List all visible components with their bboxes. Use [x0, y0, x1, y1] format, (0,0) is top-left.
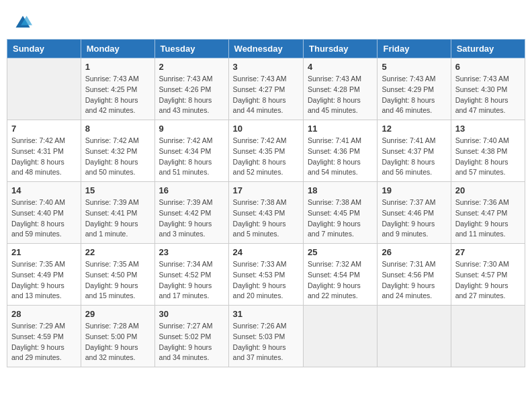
calendar-cell: 31Sunrise: 7:26 AMSunset: 5:03 PMDayligh… — [228, 306, 303, 367]
calendar-week-row: 21Sunrise: 7:35 AMSunset: 4:49 PMDayligh… — [7, 244, 525, 306]
calendar-cell: 26Sunrise: 7:31 AMSunset: 4:56 PMDayligh… — [378, 244, 451, 306]
day-info: Sunrise: 7:26 AMSunset: 5:03 PMDaylight:… — [233, 321, 299, 363]
day-info: Sunrise: 7:42 AMSunset: 4:35 PMDaylight:… — [233, 136, 299, 178]
day-info: Sunrise: 7:36 AMSunset: 4:47 PMDaylight:… — [455, 197, 521, 240]
day-info: Sunrise: 7:41 AMSunset: 4:37 PMDaylight:… — [382, 136, 446, 178]
day-number: 18 — [308, 185, 373, 195]
calendar-cell: 10Sunrise: 7:42 AMSunset: 4:35 PMDayligh… — [228, 120, 303, 182]
calendar-cell: 11Sunrise: 7:41 AMSunset: 4:36 PMDayligh… — [304, 120, 378, 182]
day-number: 6 — [455, 62, 521, 72]
day-number: 24 — [233, 247, 299, 257]
calendar-cell: 13Sunrise: 7:40 AMSunset: 4:38 PMDayligh… — [451, 120, 525, 182]
day-number: 21 — [11, 247, 77, 257]
weekday-header-row: SundayMondayTuesdayWednesdayThursdayFrid… — [7, 40, 525, 58]
day-info: Sunrise: 7:43 AMSunset: 4:30 PMDaylight:… — [455, 74, 521, 116]
calendar-cell: 17Sunrise: 7:38 AMSunset: 4:43 PMDayligh… — [228, 182, 303, 244]
calendar-cell: 6Sunrise: 7:43 AMSunset: 4:30 PMDaylight… — [451, 58, 525, 120]
day-info: Sunrise: 7:42 AMSunset: 4:34 PMDaylight:… — [159, 136, 224, 178]
day-number: 3 — [233, 62, 299, 72]
calendar-cell: 2Sunrise: 7:43 AMSunset: 4:26 PMDaylight… — [154, 58, 228, 120]
day-info: Sunrise: 7:43 AMSunset: 4:25 PMDaylight:… — [85, 74, 150, 116]
day-info: Sunrise: 7:40 AMSunset: 4:38 PMDaylight:… — [455, 136, 521, 178]
day-info: Sunrise: 7:27 AMSunset: 5:02 PMDaylight:… — [159, 321, 224, 363]
calendar-cell: 16Sunrise: 7:39 AMSunset: 4:42 PMDayligh… — [154, 182, 228, 244]
calendar-cell: 21Sunrise: 7:35 AMSunset: 4:49 PMDayligh… — [7, 244, 81, 306]
calendar-cell — [304, 306, 378, 367]
day-info: Sunrise: 7:41 AMSunset: 4:36 PMDaylight:… — [308, 136, 373, 178]
day-info: Sunrise: 7:30 AMSunset: 4:57 PMDaylight:… — [455, 259, 521, 302]
day-number: 10 — [233, 124, 299, 134]
day-info: Sunrise: 7:43 AMSunset: 4:28 PMDaylight:… — [308, 74, 373, 116]
day-number: 15 — [85, 185, 150, 195]
day-number: 9 — [159, 124, 224, 134]
day-number: 19 — [382, 185, 446, 195]
weekday-header: Tuesday — [154, 40, 228, 58]
day-info: Sunrise: 7:43 AMSunset: 4:29 PMDaylight:… — [382, 74, 446, 116]
day-number: 30 — [159, 309, 224, 319]
day-info: Sunrise: 7:43 AMSunset: 4:27 PMDaylight:… — [233, 74, 299, 116]
weekday-header: Friday — [378, 40, 451, 58]
calendar-table: SundayMondayTuesdayWednesdayThursdayFrid… — [7, 39, 525, 367]
day-number: 14 — [11, 185, 77, 195]
calendar-cell: 19Sunrise: 7:37 AMSunset: 4:46 PMDayligh… — [378, 182, 451, 244]
calendar-cell: 18Sunrise: 7:38 AMSunset: 4:45 PMDayligh… — [304, 182, 378, 244]
day-number: 4 — [308, 62, 373, 72]
day-info: Sunrise: 7:43 AMSunset: 4:26 PMDaylight:… — [159, 74, 224, 116]
calendar-cell: 1Sunrise: 7:43 AMSunset: 4:25 PMDaylight… — [81, 58, 154, 120]
day-number: 28 — [11, 309, 77, 319]
weekday-header: Thursday — [304, 40, 378, 58]
calendar-cell — [7, 58, 81, 120]
day-info: Sunrise: 7:35 AMSunset: 4:49 PMDaylight:… — [11, 259, 77, 302]
day-number: 8 — [85, 124, 150, 134]
day-info: Sunrise: 7:34 AMSunset: 4:52 PMDaylight:… — [159, 259, 224, 302]
calendar-week-row: 1Sunrise: 7:43 AMSunset: 4:25 PMDaylight… — [7, 58, 525, 120]
calendar-cell: 28Sunrise: 7:29 AMSunset: 4:59 PMDayligh… — [7, 306, 81, 367]
day-info: Sunrise: 7:28 AMSunset: 5:00 PMDaylight:… — [85, 321, 150, 363]
calendar-week-row: 28Sunrise: 7:29 AMSunset: 4:59 PMDayligh… — [7, 306, 525, 367]
day-number: 2 — [159, 62, 224, 72]
day-number: 31 — [233, 309, 299, 319]
calendar-cell: 27Sunrise: 7:30 AMSunset: 4:57 PMDayligh… — [451, 244, 525, 306]
day-number: 20 — [455, 185, 521, 195]
day-number: 13 — [455, 124, 521, 134]
calendar-cell: 7Sunrise: 7:42 AMSunset: 4:31 PMDaylight… — [7, 120, 81, 182]
day-info: Sunrise: 7:40 AMSunset: 4:40 PMDaylight:… — [11, 197, 77, 240]
day-info: Sunrise: 7:33 AMSunset: 4:53 PMDaylight:… — [233, 259, 299, 302]
calendar-cell: 12Sunrise: 7:41 AMSunset: 4:37 PMDayligh… — [378, 120, 451, 182]
day-info: Sunrise: 7:29 AMSunset: 4:59 PMDaylight:… — [11, 321, 77, 363]
day-info: Sunrise: 7:42 AMSunset: 4:32 PMDaylight:… — [85, 136, 150, 178]
calendar-cell: 15Sunrise: 7:39 AMSunset: 4:41 PMDayligh… — [81, 182, 154, 244]
weekday-header: Monday — [81, 40, 154, 58]
day-info: Sunrise: 7:38 AMSunset: 4:43 PMDaylight:… — [233, 197, 299, 240]
day-info: Sunrise: 7:31 AMSunset: 4:56 PMDaylight:… — [382, 259, 446, 302]
day-number: 7 — [11, 124, 77, 134]
calendar-cell — [451, 306, 525, 367]
calendar-cell: 30Sunrise: 7:27 AMSunset: 5:02 PMDayligh… — [154, 306, 228, 367]
weekday-header: Wednesday — [228, 40, 303, 58]
logo-icon — [13, 13, 32, 32]
calendar-cell — [378, 306, 451, 367]
calendar-cell: 29Sunrise: 7:28 AMSunset: 5:00 PMDayligh… — [81, 306, 154, 367]
calendar-cell: 24Sunrise: 7:33 AMSunset: 4:53 PMDayligh… — [228, 244, 303, 306]
day-info: Sunrise: 7:32 AMSunset: 4:54 PMDaylight:… — [308, 259, 373, 302]
day-info: Sunrise: 7:38 AMSunset: 4:45 PMDaylight:… — [308, 197, 373, 240]
calendar-cell: 25Sunrise: 7:32 AMSunset: 4:54 PMDayligh… — [304, 244, 378, 306]
day-number: 1 — [85, 62, 150, 72]
calendar-cell: 9Sunrise: 7:42 AMSunset: 4:34 PMDaylight… — [154, 120, 228, 182]
day-number: 27 — [455, 247, 521, 257]
day-number: 29 — [85, 309, 150, 319]
day-number: 12 — [382, 124, 446, 134]
calendar-cell: 3Sunrise: 7:43 AMSunset: 4:27 PMDaylight… — [228, 58, 303, 120]
day-number: 17 — [233, 185, 299, 195]
calendar-cell: 22Sunrise: 7:35 AMSunset: 4:50 PMDayligh… — [81, 244, 154, 306]
day-info: Sunrise: 7:37 AMSunset: 4:46 PMDaylight:… — [382, 197, 446, 240]
calendar-week-row: 14Sunrise: 7:40 AMSunset: 4:40 PMDayligh… — [7, 182, 525, 244]
page-header — [7, 7, 525, 36]
day-info: Sunrise: 7:42 AMSunset: 4:31 PMDaylight:… — [11, 136, 77, 178]
calendar-cell: 23Sunrise: 7:34 AMSunset: 4:52 PMDayligh… — [154, 244, 228, 306]
weekday-header: Saturday — [451, 40, 525, 58]
day-number: 26 — [382, 247, 446, 257]
day-number: 23 — [159, 247, 224, 257]
day-number: 16 — [159, 185, 224, 195]
calendar-cell: 8Sunrise: 7:42 AMSunset: 4:32 PMDaylight… — [81, 120, 154, 182]
